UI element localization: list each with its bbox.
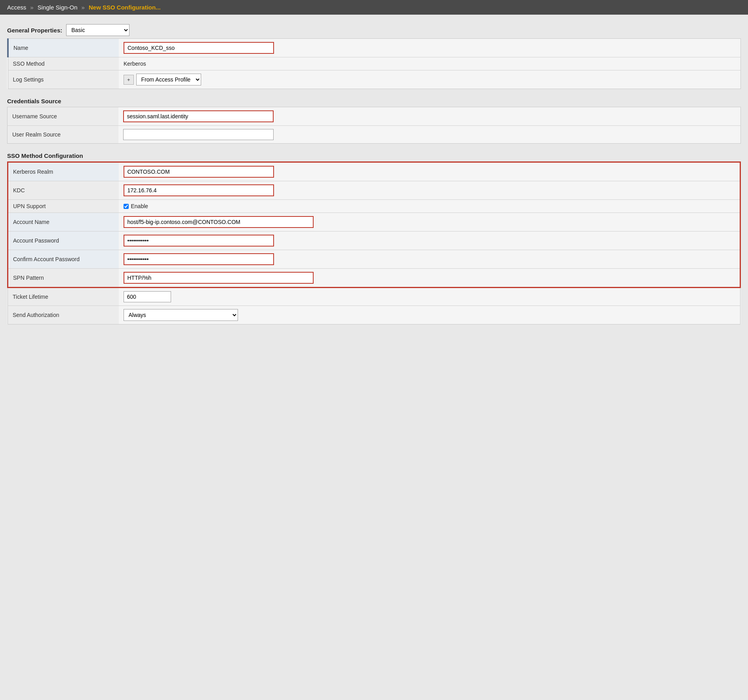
send-authorization-cell: Always On 401 On 401 with WWW-Authentica… (119, 306, 740, 324)
spn-pattern-row: SPN Pattern (8, 269, 740, 288)
general-properties-label: General Properties: (7, 27, 62, 34)
username-source-input[interactable] (123, 110, 274, 122)
account-password-input[interactable] (124, 235, 274, 247)
upn-support-checkbox[interactable] (124, 204, 129, 209)
breadcrumb-sso: Single Sign-On (38, 4, 78, 11)
kerberos-realm-row: Kerberos Realm (8, 162, 740, 181)
general-properties-header: General Properties: Basic Advanced (7, 24, 741, 36)
general-properties-table: Name SSO Method Kerberos Log Settings + … (7, 38, 741, 89)
sso-method-config-header: SSO Method Configuration (7, 152, 741, 159)
name-value-cell (119, 39, 741, 57)
send-authorization-label: Send Authorization (8, 306, 119, 324)
account-password-row: Account Password (8, 231, 740, 250)
upn-support-checkbox-row: Enable (124, 203, 735, 209)
name-input[interactable] (124, 42, 274, 54)
credentials-source-table: Username Source User Realm Source (7, 107, 741, 144)
upn-support-row: UPN Support Enable (8, 200, 740, 213)
log-settings-cell: + From Access Profile None Custom (119, 70, 741, 89)
credentials-source-label: Credentials Source (7, 98, 61, 104)
spn-pattern-input[interactable] (124, 272, 314, 284)
account-name-row: Account Name (8, 213, 740, 231)
spn-pattern-label: SPN Pattern (8, 269, 119, 288)
kdc-label: KDC (8, 181, 119, 200)
user-realm-source-row: User Realm Source (8, 126, 741, 144)
separator1: » (30, 4, 33, 11)
name-row: Name (8, 39, 741, 57)
sso-method-value: Kerberos (119, 57, 741, 70)
separator2: » (82, 4, 85, 11)
upn-support-label: UPN Support (8, 200, 119, 213)
log-settings-label: Log Settings (8, 70, 119, 89)
kdc-row: KDC (8, 181, 740, 200)
upn-support-checkbox-label: Enable (131, 203, 148, 209)
account-name-label: Account Name (8, 213, 119, 231)
account-password-label: Account Password (8, 231, 119, 250)
spn-pattern-cell (119, 269, 740, 288)
name-label: Name (8, 39, 119, 57)
send-authorization-dropdown[interactable]: Always On 401 On 401 with WWW-Authentica… (124, 309, 238, 321)
sso-method-label: SSO Method (8, 57, 119, 70)
ticket-lifetime-cell (119, 288, 740, 306)
confirm-account-password-input[interactable] (124, 253, 274, 265)
account-password-cell (119, 231, 740, 250)
username-source-row: Username Source (8, 107, 741, 126)
user-realm-source-input[interactable] (123, 129, 274, 140)
credentials-source-header: Credentials Source (7, 98, 741, 104)
breadcrumb-new-sso: New SSO Configuration... (89, 4, 161, 11)
top-bar: Access » Single Sign-On » New SSO Config… (0, 0, 748, 15)
main-content: General Properties: Basic Advanced Name … (0, 15, 748, 332)
username-source-label: Username Source (8, 107, 118, 126)
confirm-account-password-row: Confirm Account Password (8, 250, 740, 269)
account-name-input[interactable] (124, 216, 314, 228)
log-settings-plus-button[interactable]: + (124, 75, 134, 85)
kerberos-realm-input[interactable] (124, 166, 274, 178)
breadcrumb-access: Access (7, 4, 26, 11)
kdc-input[interactable] (124, 184, 274, 196)
user-realm-source-cell (118, 126, 741, 144)
log-settings-dropdown[interactable]: From Access Profile None Custom (136, 74, 201, 85)
kerberos-realm-label: Kerberos Realm (8, 162, 119, 181)
sso-method-config-table: Kerberos Realm KDC UPN Support Enable Ac… (7, 161, 741, 324)
user-realm-source-label: User Realm Source (8, 126, 118, 144)
send-authorization-row: Send Authorization Always On 401 On 401 … (8, 306, 740, 324)
general-properties-dropdown[interactable]: Basic Advanced (66, 24, 129, 36)
log-settings-row: Log Settings + From Access Profile None … (8, 70, 741, 89)
username-source-cell (118, 107, 741, 126)
ticket-lifetime-row: Ticket Lifetime (8, 288, 740, 306)
kdc-cell (119, 181, 740, 200)
confirm-account-password-label: Confirm Account Password (8, 250, 119, 269)
ticket-lifetime-input[interactable] (124, 291, 171, 302)
sso-method-config-label: SSO Method Configuration (7, 152, 83, 159)
kerberos-realm-cell (119, 162, 740, 181)
confirm-account-password-cell (119, 250, 740, 269)
upn-support-cell: Enable (119, 200, 740, 213)
log-settings-row-inner: + From Access Profile None Custom (124, 74, 736, 85)
account-name-cell (119, 213, 740, 231)
sso-method-row: SSO Method Kerberos (8, 57, 741, 70)
ticket-lifetime-label: Ticket Lifetime (8, 288, 119, 306)
